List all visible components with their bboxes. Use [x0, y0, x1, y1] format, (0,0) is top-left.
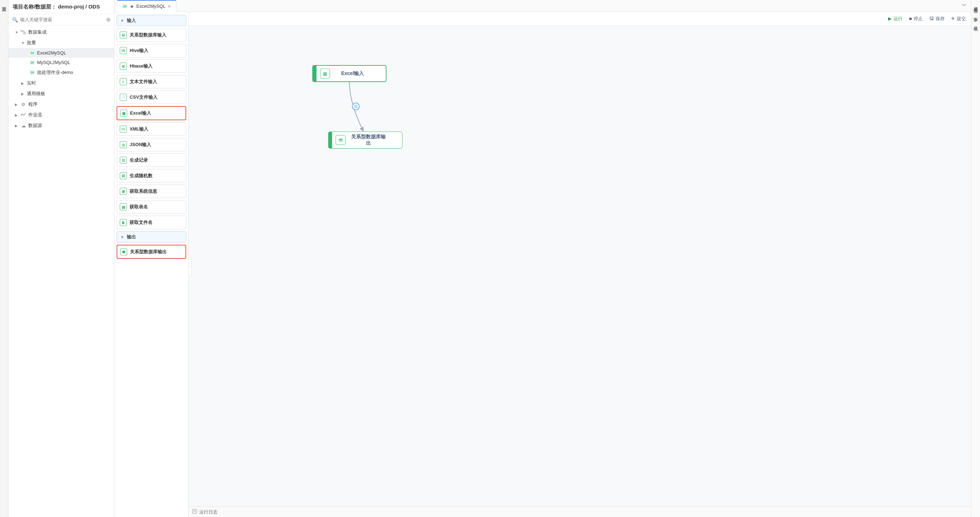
palette-item-hbase-input[interactable]: ⊞ Hbase输入 — [116, 59, 186, 73]
tree-node-template[interactable]: ▶ 通用模板 — [8, 88, 114, 99]
caret-right-icon: ▶ — [15, 113, 18, 117]
tree-label: Excel2MySQL — [37, 50, 66, 56]
toolbar-label: 保存 — [935, 16, 945, 22]
tree-node-job[interactable]: DI MySQL2MySQL — [8, 57, 114, 67]
hive-icon: Hi — [120, 47, 127, 54]
collapse-tabs-button[interactable]: ︾ — [958, 3, 971, 9]
database-icon: ⛁ — [120, 32, 127, 38]
caret-down-icon: ▼ — [121, 235, 124, 239]
node-stripe — [313, 66, 317, 81]
json-icon: ◎ — [120, 141, 127, 148]
tree-label: 数据集成 — [28, 29, 47, 35]
node-stripe — [329, 132, 332, 148]
toolbar-label: 停止 — [913, 16, 923, 22]
palette-item-label: Excel输入 — [130, 110, 151, 116]
right-tab-config[interactable]: 通用配置 — [971, 0, 980, 10]
caret-right-icon: ▶ — [21, 92, 25, 96]
palette-item-rdb-output[interactable]: ⛃ 关系型数据库输出 — [116, 245, 186, 259]
palette-item-rdb-input[interactable]: ⛁ 关系型数据库输入 — [116, 28, 186, 42]
palette-item-hive-input[interactable]: Hi Hive输入 — [116, 44, 186, 57]
main-area: DI ★ Excel2MySQL ✕ ︾ ▼ 输入 ⛁ 关系型数据库输入 — [115, 0, 971, 517]
palette-item-gen-random[interactable]: ⚄ 生成随机数 — [116, 169, 186, 182]
close-icon[interactable]: ✕ — [167, 4, 171, 9]
caret-down-icon: ▼ — [15, 30, 18, 34]
log-icon — [192, 509, 197, 515]
palette-item-label: 获取表名 — [130, 204, 148, 210]
submit-button[interactable]: ✈ 提交 — [951, 16, 966, 22]
tree-node-realtime[interactable]: ▶ 实时 — [8, 78, 114, 88]
save-button[interactable]: 🖫 保存 — [929, 16, 945, 22]
caret-down-icon: ▼ — [21, 41, 25, 45]
di-badge-icon: DI — [30, 61, 35, 65]
palette-item-sysinfo[interactable]: 🖥 获取系统信息 — [116, 185, 186, 198]
tree-node-data-integration[interactable]: ▼ 数据集成 — [8, 27, 114, 37]
node-label: Excel输入 — [334, 70, 386, 77]
monitor-icon: 🖥 — [120, 188, 127, 195]
palette-item-label: 生成记录 — [130, 157, 148, 163]
palette-group-input[interactable]: ▼ 输入 — [116, 15, 186, 26]
tree-node-workflow[interactable]: ▶ 作业流 — [8, 110, 114, 120]
tree-node-batch[interactable]: ▼ 批量 — [8, 37, 114, 48]
file-icon: 🗎 — [120, 219, 127, 226]
random-icon: ⚄ — [120, 172, 127, 179]
excel-icon: ▦ — [320, 69, 330, 78]
save-icon: 🖫 — [929, 16, 934, 21]
caret-right-icon: ▶ — [15, 102, 18, 107]
tree-node-job[interactable]: DI Excel2MySQL — [8, 48, 114, 57]
csv-icon: 📄 — [120, 94, 127, 101]
hbase-icon: ⊞ — [120, 62, 127, 70]
tree-node-datasource[interactable]: ▶ ☁ 数据源 — [8, 120, 114, 131]
play-icon: ▶ — [888, 16, 892, 21]
palette-item-tablename[interactable]: ▤ 获取表名 — [116, 200, 186, 214]
palette-item-label: 关系型数据库输入 — [130, 32, 166, 38]
tree-label: 作业流 — [28, 112, 42, 118]
flow-canvas[interactable]: ‹ ▦ Excel — [189, 26, 971, 506]
workflow-icon — [21, 112, 26, 118]
gear-icon: ⚙ — [21, 102, 26, 107]
sidebar: 项目名称/数据层： demo-proj / ODS 🔍 ⊕ ▼ 数据集成 ▼ 批… — [8, 0, 115, 517]
editor-tab[interactable]: DI ★ Excel2MySQL ✕ — [117, 0, 176, 12]
right-tab-label: 草稿 — [973, 22, 978, 24]
palette-item-xml-input[interactable]: <> XML输入 — [116, 122, 186, 136]
palette-item-filename[interactable]: 🗎 获取文件名 — [116, 216, 186, 229]
right-tab-label: 通用配置 — [973, 3, 978, 6]
search-icon: 🔍 — [12, 17, 18, 22]
tree-label: 批量 — [27, 40, 36, 46]
resource-tree: ▼ 数据集成 ▼ 批量 DI Excel2MySQL DI MySQL2MySQ… — [8, 26, 114, 517]
palette-item-text-input[interactable]: ≡ 文本文件输入 — [116, 75, 186, 88]
component-palette: ▼ 输入 ⛁ 关系型数据库输入 Hi Hive输入 ⊞ Hbase输入 ≡ — [115, 12, 189, 517]
tree-node-job[interactable]: DI 批处理作业-demo — [8, 67, 114, 78]
add-icon[interactable]: ⊕ — [106, 16, 111, 23]
integration-icon — [21, 29, 26, 35]
caret-down-icon: ▼ — [121, 19, 124, 22]
stop-button[interactable]: ■ 停止 — [909, 16, 923, 22]
tree-label: 实时 — [27, 80, 36, 86]
palette-group-output[interactable]: ▼ 输出 — [116, 231, 186, 243]
stop-icon: ■ — [909, 16, 912, 21]
canvas-node-rdb-output[interactable]: ⛃ 关系型数据库输出 — [328, 132, 402, 148]
svg-rect-4 — [192, 509, 197, 514]
canvas-node-excel-input[interactable]: ▦ Excel输入 — [312, 65, 387, 82]
edge-midpoint-icon[interactable]: ⧉ — [352, 102, 360, 110]
right-tab-draft[interactable]: 草稿 — [971, 19, 980, 28]
di-badge-icon: DI — [30, 51, 35, 55]
send-icon: ✈ — [951, 16, 955, 21]
flow-edges — [189, 26, 971, 506]
right-tab-version[interactable]: 版本 — [971, 10, 980, 19]
palette-item-label: 关系型数据库输出 — [130, 249, 167, 255]
tree-node-program[interactable]: ▶ ⚙ 程序 — [8, 99, 114, 110]
sidebar-header: 项目名称/数据层： demo-proj / ODS — [8, 0, 114, 14]
run-button[interactable]: ▶ 运行 — [888, 16, 903, 22]
palette-item-excel-input[interactable]: ▦ Excel输入 — [116, 106, 186, 120]
table-icon: ▤ — [120, 203, 127, 211]
left-vertical-tab[interactable]: 资源 — [0, 0, 8, 517]
search-input[interactable] — [20, 17, 104, 22]
toolbar-label: 提交 — [957, 16, 966, 22]
palette-item-json-input[interactable]: ◎ JSON输入 — [116, 138, 186, 152]
right-tab-label: 版本 — [973, 14, 978, 15]
palette-item-gen-record[interactable]: ☰ 生成记录 — [116, 153, 186, 167]
chevron-double-down-icon: ︾ — [962, 3, 967, 8]
bottom-panel-header[interactable]: 运行日志 — [189, 506, 971, 517]
palette-item-csv-input[interactable]: 📄 CSV文件输入 — [116, 91, 186, 104]
tree-label: 批处理作业-demo — [37, 69, 73, 76]
